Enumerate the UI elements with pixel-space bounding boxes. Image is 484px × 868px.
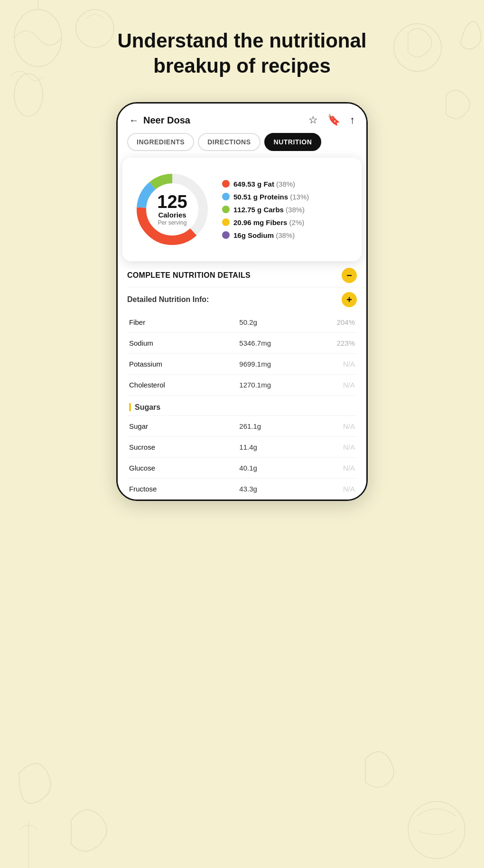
tab-nutrition[interactable]: NUTRITION: [264, 133, 322, 151]
detailed-info-row: Detailed Nutrition Info: +: [127, 287, 357, 312]
nutrition-details-title: COMPLETE NUTRITION DETAILS: [127, 271, 251, 280]
table-row: Sodium 5346.7mg 223%: [127, 333, 357, 354]
phone-header: ← Neer Dosa ☆ 🔖 ↑: [118, 104, 366, 133]
tabs-bar: INGREDIENTS DIRECTIONS NUTRITION: [118, 133, 366, 158]
calories-value: 125: [157, 193, 187, 211]
table-row: Glucose 40.1g N/A: [127, 458, 357, 479]
favorite-icon[interactable]: ☆: [308, 114, 318, 126]
nutrition-details-header: COMPLETE NUTRITION DETAILS −: [127, 259, 357, 287]
legend-sodium: 16g Sodium (38%): [222, 231, 352, 239]
table-row: Sucrose 11.4g N/A: [127, 437, 357, 458]
tab-ingredients[interactable]: INGREDIENTS: [127, 133, 194, 151]
legend-fat: 649.53 g Fat (38%): [222, 180, 352, 188]
per-serving-label: Per serving: [157, 219, 187, 226]
nutrition-legend: 649.53 g Fat (38%) 50.51 g Proteins (13%…: [222, 180, 352, 239]
legend-proteins: 50.51 g Proteins (13%): [222, 193, 352, 201]
donut-chart: 125 Calories Per serving: [132, 169, 213, 250]
carbs-dot: [222, 206, 230, 213]
table-row: Cholesterol 1270.1mg N/A: [127, 375, 357, 396]
sodium-dot: [222, 231, 230, 239]
collapse-button[interactable]: −: [342, 268, 357, 283]
share-icon[interactable]: ↑: [350, 114, 355, 126]
nutrition-summary-card: 125 Calories Per serving 649.53 g Fat (3…: [122, 158, 362, 261]
tab-directions[interactable]: DIRECTIONS: [198, 133, 260, 151]
section-header-sugars: Sugars: [127, 396, 357, 416]
phone-mockup: ← Neer Dosa ☆ 🔖 ↑ INGREDIENTS DIRECTIONS…: [116, 102, 368, 501]
recipe-title: Neer Dosa: [143, 115, 190, 126]
table-row: Fiber 50.2g 204%: [127, 312, 357, 333]
bookmark-icon[interactable]: 🔖: [327, 114, 340, 126]
fibers-dot: [222, 218, 230, 226]
calories-label: Calories: [157, 211, 187, 219]
svg-point-4: [394, 24, 441, 71]
back-arrow-icon[interactable]: ←: [129, 115, 139, 126]
detailed-info-label: Detailed Nutrition Info:: [127, 295, 209, 304]
proteins-dot: [222, 193, 230, 200]
table-row: Potassium 9699.1mg N/A: [127, 354, 357, 375]
nutrition-table: Fiber 50.2g 204% Sodium 5346.7mg 223% Po…: [127, 312, 357, 500]
svg-point-3: [76, 9, 114, 47]
table-row: Sugar 261.1g N/A: [127, 416, 357, 437]
header-right: ☆ 🔖 ↑: [308, 114, 355, 126]
legend-fibers: 20.96 mg Fibers (2%): [222, 218, 352, 226]
header-left: ← Neer Dosa: [129, 115, 190, 126]
legend-carbs: 112.75 g Carbs (38%): [222, 206, 352, 214]
svg-point-6: [408, 802, 465, 859]
donut-center: 125 Calories Per serving: [157, 193, 187, 226]
table-row: Fructose 43.3g N/A: [127, 479, 357, 500]
nutrition-details-section: COMPLETE NUTRITION DETAILS − Detailed Nu…: [118, 259, 366, 500]
expand-button[interactable]: +: [342, 292, 357, 307]
fat-dot: [222, 180, 230, 188]
